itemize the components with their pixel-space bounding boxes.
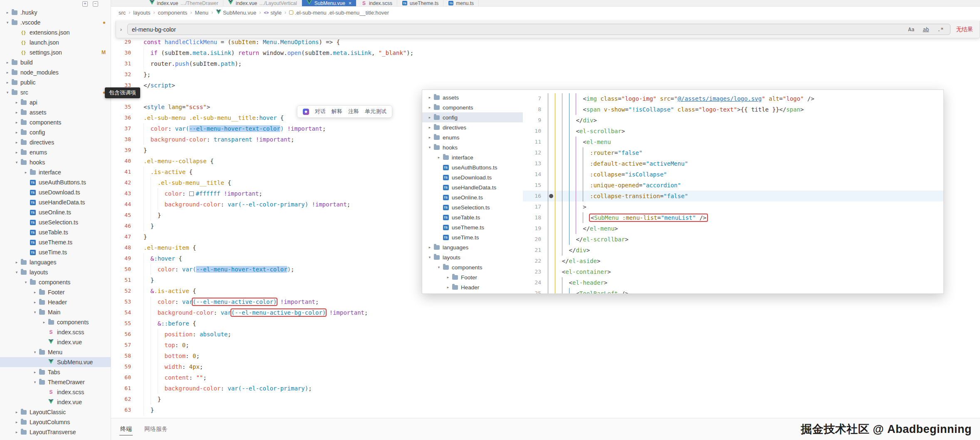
code-line-63[interactable]: 63} [111,405,980,415]
tree-folder-public[interactable]: ▸public [0,77,111,87]
line-number[interactable]: 61 [111,383,144,394]
toggle-replace-icon[interactable]: › [118,26,124,32]
line-number[interactable]: 53 [111,296,144,307]
ai-action-单元测试[interactable]: 单元测试 [365,108,386,115]
line-number[interactable]: 60 [111,372,144,383]
line-number[interactable]: 46 [111,221,144,231]
line-number[interactable]: 51 [111,275,144,286]
line-number[interactable]: 57 [111,340,144,351]
line-number[interactable]: 49 [111,253,144,264]
collapse-folders-icon[interactable]: − [93,1,98,7]
tree-file-SubMenu.vue[interactable]: SubMenu.vue [0,357,111,367]
tree-file-useTime.ts[interactable]: TSuseTime.ts [0,247,111,257]
regex-icon[interactable]: .* [935,26,945,33]
line-number[interactable]: 54 [111,307,144,318]
code-line-54[interactable]: 54background-color: var(--el-menu-active… [111,307,980,318]
line-number[interactable]: 62 [111,394,144,405]
tree-file-settings.json[interactable]: {}settings.jsonM [0,47,111,57]
line-number[interactable]: 48 [111,242,144,253]
tree-folder-LayoutClassic[interactable]: ▸LayoutClassic [0,407,111,417]
ai-action-注释[interactable]: 注释 [348,108,359,115]
tree-folder-ThemeDrawer[interactable]: ▾ThemeDrawer [0,377,111,387]
tree-file-launch.json[interactable]: {}launch.json [0,37,111,47]
line-number[interactable]: 41 [111,167,144,177]
line-number[interactable]: 39 [111,145,144,156]
breadcrumb-item-4[interactable]: Menu [195,10,208,16]
tree-file-useTheme.ts[interactable]: TSuseTheme.ts [0,237,111,247]
tree-folder-build[interactable]: ▸build [0,57,111,67]
line-number[interactable]: 56 [111,329,144,340]
code-line-30[interactable]: 30if (subItem.meta.isLink) return window… [111,47,980,58]
line-number[interactable]: 63 [111,405,144,415]
line-number[interactable]: 35 [111,102,144,112]
close-tab-icon[interactable]: × [349,0,351,6]
line-number[interactable]: 45 [111,210,144,221]
tree-file-index.vue[interactable]: index.vue [0,397,111,407]
tree-file-useSelection.ts[interactable]: TSuseSelection.ts [0,217,111,227]
find-input[interactable] [132,26,902,33]
breadcrumb-item-7[interactable]: .el-sub-menu .el-sub-menu__title:hover [289,10,389,16]
tree-folder-Footer[interactable]: ▸Footer [0,287,111,297]
tree-file-useOnline.ts[interactable]: TSuseOnline.ts [0,207,111,217]
line-number[interactable]: 59 [111,361,144,372]
tab-SubMenu.vue[interactable]: SubMenu.vue× [302,0,356,6]
panel-tab-网络服务[interactable]: 网络服务 [144,423,168,435]
line-number[interactable]: 42 [111,177,144,188]
tree-folder-Main[interactable]: ▾Main [0,307,111,317]
tree-folder-interface[interactable]: ▸interface [0,167,111,177]
tree-file-index.scss[interactable]: Sindex.scss [0,327,111,337]
code-line-55[interactable]: 55&::before { [111,318,980,329]
tree-file-useDownload.ts[interactable]: TSuseDownload.ts [0,187,111,197]
line-number[interactable]: 36 [111,112,144,123]
tab-useTheme.ts[interactable]: TSuseTheme.ts [397,0,443,6]
tab-menu.ts[interactable]: TSmenu.ts [443,0,479,6]
tree-folder-enums[interactable]: ▸enums [0,147,111,157]
tree-folder-api[interactable]: ▸api [0,97,111,107]
line-number[interactable]: 32 [111,69,144,80]
tree-folder-Menu[interactable]: ▾Menu [0,347,111,357]
breadcrumb-item-1[interactable]: src [119,10,126,16]
breadcrumb-item-3[interactable]: components [158,10,188,16]
code-line-31[interactable]: 31router.push(subItem.path); [111,58,980,69]
new-file-icon[interactable]: + [82,1,88,7]
tree-file-index.vue[interactable]: index.vue [0,337,111,347]
tree-folder-directives[interactable]: ▸directives [0,137,111,147]
code-line-58[interactable]: 58bottom: 0; [111,351,980,361]
tree-folder-components[interactable]: ▾components [0,277,111,287]
line-number[interactable]: 40 [111,156,144,167]
tab-index.vue[interactable]: index.vue…/LayoutVertical [223,0,302,6]
tree-file-useTable.ts[interactable]: TSuseTable.ts [0,227,111,237]
code-line-57[interactable]: 57top: 0; [111,340,980,351]
tree-folder-config[interactable]: ▸config [0,127,111,137]
code-line-53[interactable]: 53color: var(--el-menu-active-color) !im… [111,296,980,307]
line-number[interactable]: 58 [111,351,144,361]
tab-index.scss[interactable]: Sindex.scss [356,0,397,6]
tree-file-extensions.json[interactable]: {}extensions.json [0,27,111,37]
tree-folder-components[interactable]: ▸components [0,117,111,127]
breadcrumb-item-5[interactable]: SubMenu.vue [216,10,256,16]
code-line-62[interactable]: 62} [111,394,980,405]
breadcrumb-item-2[interactable]: layouts [133,10,150,16]
tree-folder-node_modules[interactable]: ▸node_modules [0,67,111,77]
code-line-32[interactable]: 32}; [111,69,980,80]
tree-folder-.husky[interactable]: ▸.husky [0,7,111,17]
line-number[interactable]: 47 [111,231,144,242]
match-case-icon[interactable]: Aa [906,26,916,33]
tree-folder-src[interactable]: ▾src● [0,87,111,97]
tree-file-useAuthButtons.ts[interactable]: TSuseAuthButtons.ts [0,177,111,187]
tree-folder-Tabs[interactable]: ▸Tabs [0,367,111,377]
tree-folder-LayoutColumns[interactable]: ▸LayoutColumns [0,417,111,427]
code-line-56[interactable]: 56position: absolute; [111,329,980,340]
code-line-61[interactable]: 61background-color: var(--el-color-prima… [111,383,980,394]
line-number[interactable]: 50 [111,264,144,275]
tree-folder-assets[interactable]: ▸assets [0,107,111,117]
line-number[interactable]: 43 [111,188,144,199]
line-number[interactable]: 31 [111,58,144,69]
line-number[interactable]: 55 [111,318,144,329]
ai-action-对话[interactable]: 对话 [315,108,326,115]
tree-folder-layouts[interactable]: ▾layouts [0,267,111,277]
tree-folder-components[interactable]: ▸components [0,317,111,327]
whole-word-icon[interactable]: ab [921,26,931,33]
line-number[interactable]: 37 [111,123,144,134]
tree-file-useHandleData.ts[interactable]: TSuseHandleData.ts [0,197,111,207]
